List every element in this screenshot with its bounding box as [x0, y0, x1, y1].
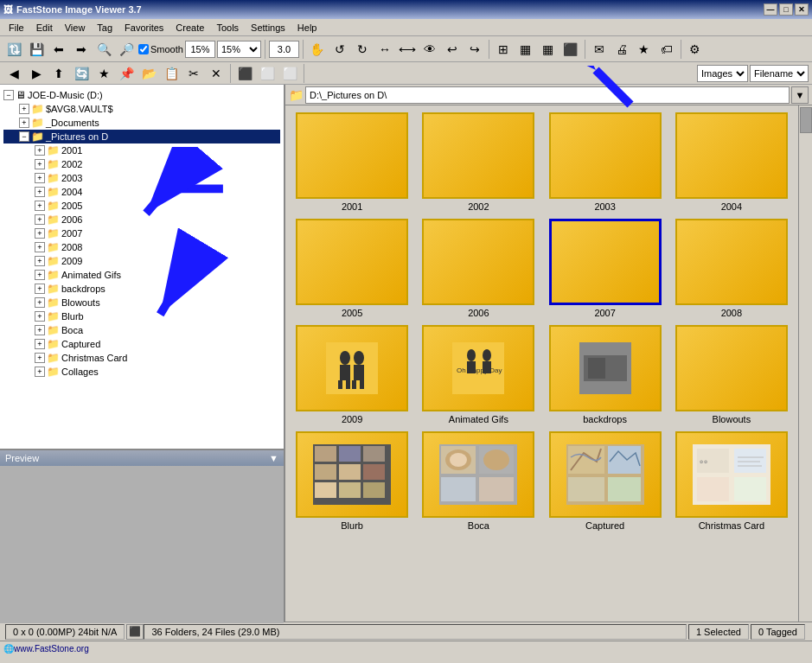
status-icon[interactable]: ⬛: [126, 624, 144, 640]
tree-item-collages[interactable]: +📁Collages: [3, 365, 280, 379]
thumb-box[interactable]: [422, 431, 534, 518]
tb2-bookmark[interactable]: ★: [93, 63, 114, 84]
thumb-box[interactable]: [675, 325, 788, 411]
tree-expander[interactable]: +: [35, 256, 45, 266]
tb2-move[interactable]: ✂: [183, 63, 204, 84]
tree-expander[interactable]: −: [19, 131, 29, 142]
toolbar-slideshow[interactable]: ▦: [538, 39, 559, 60]
toolbar-flip-v[interactable]: ⟷: [397, 39, 418, 60]
thumb-box[interactable]: [549, 112, 662, 199]
tree-item-captured[interactable]: +📁Captured: [3, 337, 280, 351]
tb2-next[interactable]: ▶: [26, 63, 47, 84]
toolbar-rotate-l[interactable]: ↺: [329, 39, 350, 60]
tree-item-blurb[interactable]: +📁Blurb: [3, 309, 280, 323]
tb2-refresh[interactable]: 🔄: [71, 63, 92, 84]
toolbar-btn-fwd[interactable]: ➡: [71, 39, 92, 60]
tb2-open[interactable]: 📂: [138, 63, 159, 84]
tree-expander[interactable]: +: [35, 228, 45, 239]
tree-item-2002[interactable]: +📁2002: [3, 157, 280, 171]
thumb-item-christmas-card[interactable]: ✿ ✿ Christmas Card: [672, 431, 791, 531]
tree-expander[interactable]: +: [35, 353, 45, 363]
toolbar-flip-h[interactable]: ↔: [374, 39, 395, 60]
thumb-box[interactable]: Oh Happy Day: [422, 325, 534, 411]
title-controls[interactable]: — □ ✕: [764, 3, 809, 16]
thumb-item-2002[interactable]: 2002: [419, 112, 538, 212]
tree-item-blowouts[interactable]: +📁Blowouts: [3, 296, 280, 309]
toolbar-compare[interactable]: ▦: [515, 39, 536, 60]
menu-view[interactable]: View: [60, 21, 91, 35]
thumb-box[interactable]: [296, 431, 408, 518]
tb2-delete[interactable]: ✕: [206, 63, 227, 84]
thumb-box[interactable]: [296, 219, 408, 305]
address-go-button[interactable]: ▼: [791, 86, 809, 104]
tb2-deselect[interactable]: ⬜: [257, 63, 278, 84]
menu-create[interactable]: Create: [170, 21, 209, 35]
tree-expander[interactable]: +: [19, 104, 29, 114]
tree-expander[interactable]: +: [35, 187, 45, 197]
toolbar-btn-save[interactable]: 💾: [26, 39, 47, 60]
toolbar-rotate-r[interactable]: ↻: [352, 39, 373, 60]
tree-item-2001[interactable]: +📁2001: [3, 143, 280, 157]
tree-item-boca[interactable]: +📁Boca: [3, 323, 280, 337]
tree-expander[interactable]: +: [35, 173, 45, 183]
tree-item-christmas-card[interactable]: +📁Christmas Card: [3, 351, 280, 365]
tb2-prev[interactable]: ◀: [3, 63, 24, 84]
minimize-button[interactable]: —: [764, 3, 777, 16]
thumb-box[interactable]: [549, 431, 662, 518]
thumb-item-backdrops[interactable]: backdrops: [546, 325, 665, 424]
toolbar-star[interactable]: ★: [634, 39, 655, 60]
thumb-item-2001[interactable]: 2001: [292, 112, 412, 212]
thumb-item-2008[interactable]: 2008: [672, 219, 791, 318]
thumb-item-2004[interactable]: 2004: [672, 112, 791, 212]
smooth-checkbox[interactable]: [138, 44, 149, 54]
tb2-mark[interactable]: 📌: [116, 63, 137, 84]
tb2-copy[interactable]: 📋: [161, 63, 182, 84]
tree-item-backdrops[interactable]: +📁backdrops: [3, 282, 280, 296]
tree-expander[interactable]: −: [3, 90, 14, 100]
thumb-item-2006[interactable]: 2006: [419, 219, 538, 318]
toolbar-settings[interactable]: ⚙: [685, 39, 706, 60]
thumb-box[interactable]: [422, 112, 534, 199]
thumb-item-2005[interactable]: 2005: [292, 219, 412, 318]
toolbar-email[interactable]: ✉: [589, 39, 610, 60]
tree-expander[interactable]: +: [35, 284, 45, 294]
tree-expander[interactable]: +: [35, 297, 45, 308]
thumb-item-blowouts[interactable]: Blowouts: [672, 325, 791, 424]
toolbar-zoom-in[interactable]: 🔍: [93, 39, 114, 60]
menu-favorites[interactable]: Favorites: [119, 21, 169, 35]
toolbar-zoom-out[interactable]: 🔎: [116, 39, 137, 60]
tree-expander[interactable]: +: [35, 145, 45, 156]
thumb-box[interactable]: [675, 219, 788, 305]
tb2-up[interactable]: ⬆: [48, 63, 69, 84]
tree-expander[interactable]: +: [35, 159, 45, 169]
multiplier-input[interactable]: [269, 41, 299, 58]
tree-expander[interactable]: +: [35, 201, 45, 211]
tree-item-$avg8.vault$[interactable]: +📁$AVG8.VAULT$: [3, 102, 280, 116]
toolbar-fullscreen[interactable]: ⬛: [560, 39, 581, 60]
thumb-item-2009[interactable]: 2009: [292, 325, 412, 424]
zoom-input[interactable]: [185, 41, 215, 58]
menu-file[interactable]: File: [3, 21, 29, 35]
tree-item-animated-gifs[interactable]: +📁Animated Gifs: [3, 268, 280, 282]
menu-edit[interactable]: Edit: [31, 21, 58, 35]
tree-expander[interactable]: +: [35, 311, 45, 322]
tree-expander[interactable]: +: [35, 339, 45, 349]
thumb-box[interactable]: [296, 112, 408, 199]
toolbar-info[interactable]: 👁: [419, 39, 440, 60]
menu-settings[interactable]: Settings: [246, 21, 291, 35]
smooth-check[interactable]: Smooth: [138, 44, 183, 54]
toolbar-tag[interactable]: 🏷: [656, 39, 677, 60]
menu-help[interactable]: Help: [292, 21, 323, 35]
address-input[interactable]: [305, 86, 790, 104]
filename-select[interactable]: Filename Date Size: [750, 65, 809, 82]
toolbar-grid[interactable]: ⊞: [493, 39, 514, 60]
tree-item-2008[interactable]: +📁2008: [3, 240, 280, 254]
tb2-select-all[interactable]: ⬛: [234, 63, 255, 84]
tree-expander[interactable]: +: [35, 367, 45, 377]
tree-item-2003[interactable]: +📁2003: [3, 171, 280, 185]
tree-item-joe-d-music-(d:)[interactable]: −🖥JOE-D-Music (D:): [3, 88, 280, 102]
thumb-item-captured[interactable]: Captured: [546, 431, 665, 531]
thumb-item-blurb[interactable]: Blurb: [292, 431, 412, 531]
thumb-box[interactable]: ✿ ✿: [675, 431, 788, 518]
thumb-item-animated-gifs[interactable]: Oh Happy Day Animated Gifs: [419, 325, 538, 424]
